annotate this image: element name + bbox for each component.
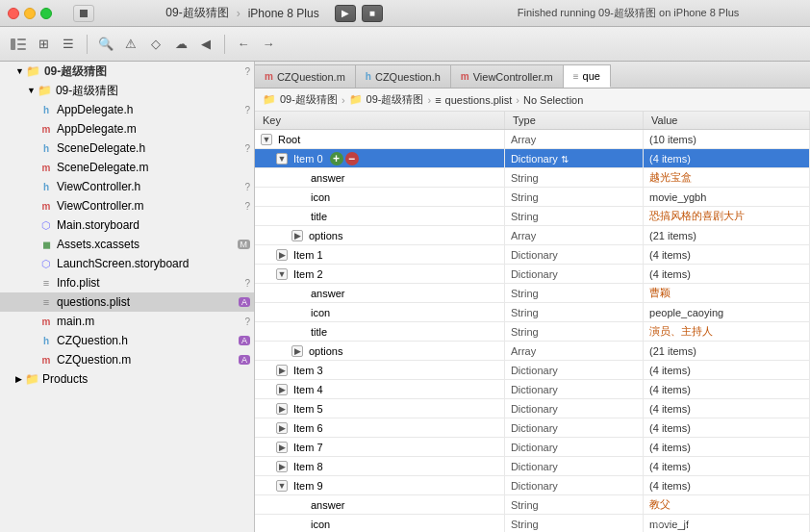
table-row[interactable]: ▶Item 8Dictionary(4 items) [255,457,810,476]
value-label: people_caoying [649,307,723,318]
row-key-cell[interactable]: ▶Item 3 [255,361,504,380]
sidebar-item-products[interactable]: ▶ 📁 Products [0,369,254,389]
play-button[interactable]: ▶ [335,5,356,22]
row-key-cell[interactable]: ▶Item 5 [255,399,504,418]
table-row[interactable]: ▶optionsArray(21 items) [255,226,810,245]
expand-button[interactable]: ▼ [261,134,272,145]
expand-button[interactable]: ▶ [291,230,303,241]
table-row[interactable]: titleString恐搞风格的喜剧大片 [255,207,810,226]
breadcrumb-part-3[interactable]: questions.plist [445,94,513,106]
breadcrumb-part-1[interactable]: 09-超级猜图 [280,92,338,107]
right-arrow-icon[interactable]: → [258,34,279,55]
maximize-button[interactable] [40,8,52,19]
row-key-cell[interactable]: title [255,207,504,226]
close-button[interactable] [8,8,19,19]
table-row[interactable]: ▶Item 1Dictionary(4 items) [255,245,810,265]
row-key-cell[interactable]: ▼Item 2 [255,265,504,284]
find-icon[interactable]: 🔍 [95,34,116,55]
expand-button[interactable]: ▶ [276,365,288,376]
expand-button[interactable]: ▶ [276,384,288,395]
row-key-cell[interactable]: title [255,322,504,342]
table-row[interactable]: ▶Item 4Dictionary(4 items) [255,380,810,399]
sidebar-item-info-plist[interactable]: ≡ Info.plist ? [0,273,254,292]
expand-button[interactable]: ▶ [276,249,288,261]
row-type-cell: Dictionary [504,399,643,418]
expand-button[interactable]: ▶ [276,461,288,472]
remove-row-button[interactable]: − [345,152,359,165]
table-row[interactable]: ▶Item 7Dictionary(4 items) [255,438,810,457]
expand-button[interactable]: ▼ [276,153,288,165]
row-key-cell[interactable]: ▼Item 0 + − [255,149,504,168]
inspect-icon[interactable]: ☰ [58,34,79,55]
sidebar-item-main-storyboard[interactable]: ⬡ Main.storyboard [0,215,254,235]
table-row[interactable]: ▼Item 0 + − Dictionary ⇅(4 items) [255,149,810,168]
sidebar-item-viewcontroller-m[interactable]: m ViewController.m ? [0,196,254,215]
sidebar-toggle-icon[interactable] [8,34,29,55]
row-key-cell[interactable]: icon [255,303,504,322]
row-key-cell[interactable]: ▼Root [255,130,504,149]
tab-czquestion-m[interactable]: m CZQuestion.m [255,64,356,88]
sidebar-item-appdelegate-m[interactable]: m AppDelegate.m [0,119,254,139]
table-row[interactable]: ▼Item 9Dictionary(4 items) [255,476,810,495]
expand-button[interactable]: ▶ [276,442,288,453]
expand-button[interactable]: ▼ [276,268,288,280]
breakpoint-icon[interactable]: ◀ [195,34,216,55]
expand-button[interactable]: ▶ [291,345,303,357]
tab-czquestion-h[interactable]: h CZQuestion.h [356,64,451,88]
tab-viewcontroller-m[interactable]: m ViewController.m [451,64,564,88]
table-row[interactable]: ▶optionsArray(21 items) [255,342,810,361]
sidebar-item-launch-storyboard[interactable]: ⬡ LaunchScreen.storyboard [0,254,254,273]
row-key-cell[interactable]: icon [255,515,504,533]
stop-button[interactable]: ■ [362,5,383,22]
table-row[interactable]: answerString越光宝盒 [255,168,810,188]
table-row[interactable]: answerString教父 [255,495,810,515]
table-row[interactable]: ▼Item 2Dictionary(4 items) [255,265,810,284]
table-row[interactable]: ▶Item 3Dictionary(4 items) [255,361,810,380]
stepper-icon[interactable]: ⇅ [561,154,569,165]
row-key-cell[interactable]: answer [255,168,504,188]
expand-button[interactable]: ▼ [276,480,288,492]
sidebar-item-main-m[interactable]: m main.m ? [0,312,254,331]
table-row[interactable]: answerString曹颖 [255,284,810,303]
row-key-cell[interactable]: ▶options [255,342,504,361]
test-icon[interactable]: ◇ [145,34,166,55]
row-key-cell[interactable]: answer [255,495,504,515]
add-row-button[interactable]: + [330,152,343,165]
sidebar-item-scenedelegate-m[interactable]: m SceneDelegate.m [0,158,254,177]
tab-label: CZQuestion.m [277,71,345,83]
row-key-cell[interactable]: ▶Item 1 [255,245,504,265]
sidebar-item-appdelegate-h[interactable]: h AppDelegate.h ? [0,100,254,119]
table-row[interactable]: titleString演员、主持人 [255,322,810,342]
table-row[interactable]: iconStringmovie_ygbh [255,188,810,207]
expand-button[interactable]: ▶ [276,403,288,415]
row-key-cell[interactable]: answer [255,284,504,303]
table-row[interactable]: iconStringpeople_caoying [255,303,810,322]
sidebar-item-assets[interactable]: ◼ Assets.xcassets M [0,235,254,254]
table-row[interactable]: ▼RootArray(10 items) [255,130,810,149]
row-key-cell[interactable]: ▶Item 6 [255,418,504,438]
sidebar-item-czquestion-m[interactable]: m CZQuestion.m A [0,350,254,369]
minimize-button[interactable] [24,8,36,19]
debug-icon[interactable]: ☁ [170,34,191,55]
sidebar-item-scenedelegate-h[interactable]: h SceneDelegate.h ? [0,139,254,158]
row-key-cell[interactable]: ▶Item 4 [255,380,504,399]
sidebar-item-viewcontroller-h[interactable]: h ViewController.h ? [0,177,254,196]
row-key-cell[interactable]: icon [255,188,504,207]
row-key-cell[interactable]: ▼Item 9 [255,476,504,495]
sidebar-item-group[interactable]: ▼ 📁 09-超级猜图 [0,81,254,100]
sidebar-item-czquestion-h[interactable]: h CZQuestion.h A [0,331,254,350]
row-key-cell[interactable]: ▶Item 8 [255,457,504,476]
sidebar-item-project[interactable]: ▼ 📁 09-超级猜图 ? [0,62,254,81]
breadcrumb-part-2[interactable]: 09-超级猜图 [367,92,424,107]
grid-icon[interactable]: ⊞ [33,34,54,55]
table-row[interactable]: ▶Item 6Dictionary(4 items) [255,418,810,438]
sidebar-item-questions-plist[interactable]: ≡ questions.plist A [0,292,254,312]
expand-button[interactable]: ▶ [276,422,288,434]
left-arrow-icon[interactable]: ← [233,34,254,55]
row-key-cell[interactable]: ▶Item 7 [255,438,504,457]
table-row[interactable]: ▶Item 5Dictionary(4 items) [255,399,810,418]
warning-icon[interactable]: ⚠ [120,34,141,55]
square-icon[interactable] [73,5,94,22]
row-key-cell[interactable]: ▶options [255,226,504,245]
tab-questions-plist[interactable]: ≡ que [564,64,611,88]
